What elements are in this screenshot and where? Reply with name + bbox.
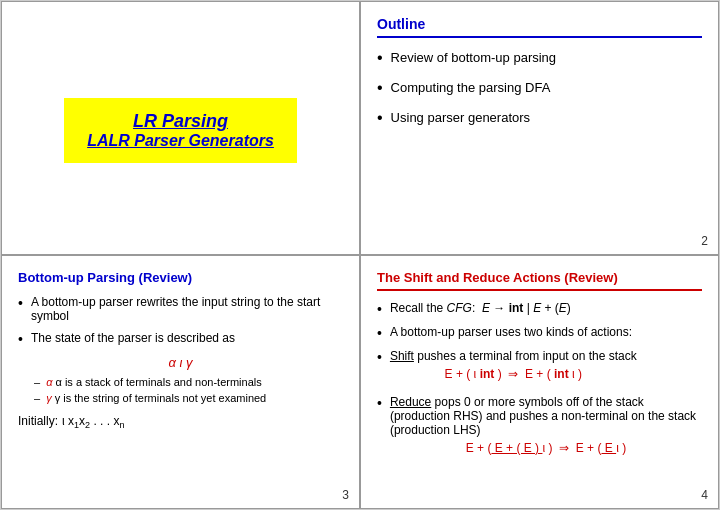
outline-title: Outline bbox=[377, 16, 702, 38]
slide-number: 3 bbox=[342, 488, 349, 502]
list-item: A bottom-up parser rewrites the input st… bbox=[18, 295, 343, 323]
list-item: Using parser generators bbox=[377, 110, 702, 126]
list-item: γ γ is the string of terminals not yet e… bbox=[34, 392, 343, 404]
list-item: The state of the parser is described as bbox=[18, 331, 343, 347]
title-line1: LR Parsing bbox=[87, 111, 274, 132]
list-item: Recall the CFG: E → int | E + (E) bbox=[377, 301, 702, 317]
outline-list: Review of bottom-up parsing Computing th… bbox=[377, 50, 702, 126]
list-item-reduce: Reduce pops 0 or more symbols off of the… bbox=[377, 395, 702, 461]
cell-top-left: LR Parsing LALR Parser Generators bbox=[1, 1, 360, 255]
cell-bottom-right: The Shift and Reduce Actions (Review) Re… bbox=[360, 255, 719, 509]
initially-line: Initially: ι x1x2 . . . xn bbox=[18, 414, 343, 430]
title-line2: LALR Parser Generators bbox=[87, 132, 274, 150]
title-box: LR Parsing LALR Parser Generators bbox=[64, 98, 297, 163]
shift-code: E + ( ι int ) ⇒ E + ( int ι ) bbox=[390, 367, 637, 381]
list-item-shift: Shift pushes a terminal from input on th… bbox=[377, 349, 702, 387]
shift-reduce-title: The Shift and Reduce Actions (Review) bbox=[377, 270, 702, 291]
cell-top-right: Outline Review of bottom-up parsing Comp… bbox=[360, 1, 719, 255]
reduce-code: E + ( E + ( E ) ι ) ⇒ E + ( E ι ) bbox=[390, 441, 702, 455]
slide-number: 4 bbox=[701, 488, 708, 502]
slide-number: 2 bbox=[701, 234, 708, 248]
main-bullet-list: A bottom-up parser rewrites the input st… bbox=[18, 295, 343, 347]
list-item: A bottom-up parser uses two kinds of act… bbox=[377, 325, 702, 341]
sr-list: Recall the CFG: E → int | E + (E) A bott… bbox=[377, 301, 702, 461]
cell-bottom-left: Bottom-up Parsing (Review) A bottom-up p… bbox=[1, 255, 360, 509]
alpha-gamma-expression: α ι γ bbox=[18, 355, 343, 370]
dash-list: α α is a stack of terminals and non-term… bbox=[18, 376, 343, 404]
list-item: Review of bottom-up parsing bbox=[377, 50, 702, 66]
section-title: Bottom-up Parsing (Review) bbox=[18, 270, 343, 285]
list-item: α α is a stack of terminals and non-term… bbox=[34, 376, 343, 388]
list-item: Computing the parsing DFA bbox=[377, 80, 702, 96]
